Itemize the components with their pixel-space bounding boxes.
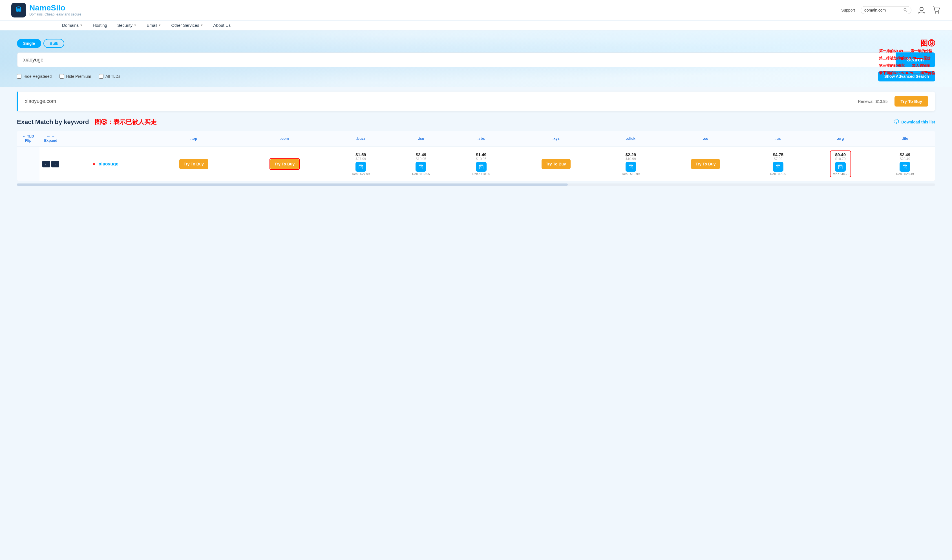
download-cloud-icon	[894, 119, 899, 125]
top-try-buy-button[interactable]: Try To Buy	[179, 159, 208, 169]
icu-cell: $2.49 $10.95 Ren.: $10.95	[391, 146, 451, 181]
domain-results-table: ← TLD Flip ← → Expand .top .com .buzz .i…	[17, 131, 935, 181]
buzz-price: $1.59	[334, 152, 388, 157]
filter-hide-registered[interactable]: Hide Registered	[17, 74, 52, 79]
us-original-price: $7.99	[753, 157, 803, 161]
header-right: Support	[841, 6, 941, 15]
icu-renewal: Ren.: $10.95	[394, 172, 448, 176]
expand-right-button[interactable]: →	[51, 160, 59, 167]
search-input-wrap[interactable]	[17, 52, 896, 67]
logo-icon	[11, 3, 26, 17]
annotation-line1: 第一排的$9.49——第一年的价格	[879, 47, 935, 55]
nav-security[interactable]: Security ▼	[117, 23, 136, 28]
org-highlight-box: $9.49 $10.79 Ren.: $10.79	[830, 151, 851, 177]
click-original-price: $10.99	[604, 157, 658, 161]
search-tabs: Single Bulk	[17, 39, 935, 48]
top-search-bar[interactable]	[861, 6, 912, 14]
sbs-cart-button[interactable]	[476, 162, 487, 172]
logo-text: NameSilo Domains. Cheap, easy and secure	[29, 4, 81, 16]
domain-search-input[interactable]	[23, 57, 890, 63]
th-sbs[interactable]: .sbs	[451, 131, 511, 146]
featured-try-buy-button[interactable]: Try To Buy	[895, 96, 928, 106]
th-us[interactable]: .us	[750, 131, 806, 146]
user-account-icon[interactable]	[917, 6, 926, 15]
life-original-price: $28.49	[878, 157, 932, 161]
sbs-price: $1.49	[454, 152, 508, 157]
th-top[interactable]: .top	[149, 131, 238, 146]
top-search-input[interactable]	[864, 8, 901, 12]
svg-point-6	[920, 7, 923, 11]
tab-single[interactable]: Single	[17, 39, 41, 48]
featured-right: Renewal: $13.95 Try To Buy	[858, 96, 928, 106]
us-cart-button[interactable]	[773, 162, 784, 172]
filter-all-tlds[interactable]: All TLDs	[99, 74, 121, 79]
section-title: Exact Match by keyword	[17, 118, 89, 126]
th-com[interactable]: .com	[238, 131, 331, 146]
scrollbar-thumb	[17, 184, 568, 186]
hide-premium-checkbox[interactable]	[59, 74, 64, 79]
chevron-down-icon: ▼	[201, 24, 203, 27]
org-renewal: Ren.: $10.79	[831, 172, 849, 176]
logo-tagline: Domains. Cheap, easy and secure	[29, 12, 81, 16]
org-price: $9.49	[831, 152, 849, 157]
download-list-link[interactable]: Download this list	[894, 119, 935, 125]
hide-registered-checkbox[interactable]	[17, 74, 22, 79]
th-tld-flip[interactable]: ← TLD Flip	[17, 131, 39, 146]
nav-other-services[interactable]: Other Services ▼	[171, 23, 203, 28]
nav-hosting[interactable]: Hosting	[93, 23, 107, 28]
annotation-line4: 最下面的Ren:$10.79——续费价格	[879, 69, 935, 77]
support-link[interactable]: Support	[841, 8, 855, 12]
annotation-line3: 第三排的购物车——加入购物车	[879, 62, 935, 69]
all-tlds-checkbox[interactable]	[99, 74, 104, 79]
org-cart-button[interactable]	[835, 162, 846, 172]
annotation-fig9-area: 图⑨	[920, 39, 935, 48]
click-cart-button[interactable]	[626, 162, 636, 172]
th-cc[interactable]: .cc	[661, 131, 750, 146]
th-org[interactable]: .org	[806, 131, 875, 146]
nav-domains[interactable]: Domains ▼	[62, 23, 83, 28]
buzz-cart-button[interactable]	[355, 162, 366, 172]
th-life[interactable]: .life	[875, 131, 935, 146]
xyz-try-buy-button[interactable]: Try To Buy	[541, 159, 570, 169]
nav-email[interactable]: Email ▼	[147, 23, 161, 28]
svg-line-5	[906, 11, 907, 12]
nav-about-us[interactable]: About Us	[213, 23, 231, 28]
icu-original-price: $10.95	[394, 157, 448, 161]
com-try-buy-button[interactable]: Try To Buy	[270, 159, 299, 169]
svg-point-8	[938, 12, 939, 14]
main-nav: Domains ▼ Hosting Security ▼ Email ▼ Oth…	[0, 20, 952, 31]
cart-icon	[903, 164, 907, 170]
annotation-lines-area: 第一排的$9.49——第一年的价格 第二排被划掉的$10.79——原价 第三排的…	[879, 47, 935, 77]
click-price: $2.29	[604, 152, 658, 157]
th-buzz[interactable]: .buzz	[331, 131, 391, 146]
filter-hide-premium[interactable]: Hide Premium	[59, 74, 91, 79]
th-icu[interactable]: .icu	[391, 131, 451, 146]
download-list-label: Download this list	[901, 120, 935, 124]
cart-icon	[838, 164, 843, 170]
hero-section: Single Bulk Search 图⑨ Hide Registered Hi…	[0, 31, 952, 87]
shopping-cart-icon[interactable]	[932, 6, 941, 15]
expand-left-button[interactable]: ←	[42, 160, 50, 167]
main-search-row: Search	[17, 52, 935, 67]
th-expand[interactable]: ← → Expand	[39, 131, 62, 146]
top-search-icon	[903, 8, 908, 12]
life-price: $2.49	[878, 152, 932, 157]
icu-cart-button[interactable]	[416, 162, 426, 172]
horizontal-scrollbar[interactable]	[17, 184, 935, 186]
th-xyz[interactable]: .xyz	[512, 131, 601, 146]
tab-bulk[interactable]: Bulk	[43, 39, 64, 48]
unavailable-mark: ×	[93, 162, 95, 166]
annotation-fig9-label: 图⑨	[920, 39, 935, 48]
buzz-cell: $1.59 $27.99 Ren.: $27.99	[331, 146, 391, 181]
domain-name-link[interactable]: xiaoyuge	[99, 162, 118, 166]
sbs-renewal: Ren.: $10.95	[454, 172, 508, 176]
cc-try-buy-button[interactable]: Try To Buy	[691, 159, 720, 169]
th-click[interactable]: .click	[601, 131, 661, 146]
featured-domain-name: xiaoyuge.com	[25, 98, 56, 104]
domain-results-table-wrapper: ← TLD Flip ← → Expand .top .com .buzz .i…	[17, 131, 935, 181]
cart-icon	[418, 164, 423, 170]
annotation-fig8-label: 图⑧：表示已被人买走	[95, 118, 157, 126]
cart-icon	[628, 164, 634, 170]
life-cart-button[interactable]	[899, 162, 910, 172]
filters-row: Hide Registered Hide Premium All TLDs Sh…	[17, 71, 935, 82]
